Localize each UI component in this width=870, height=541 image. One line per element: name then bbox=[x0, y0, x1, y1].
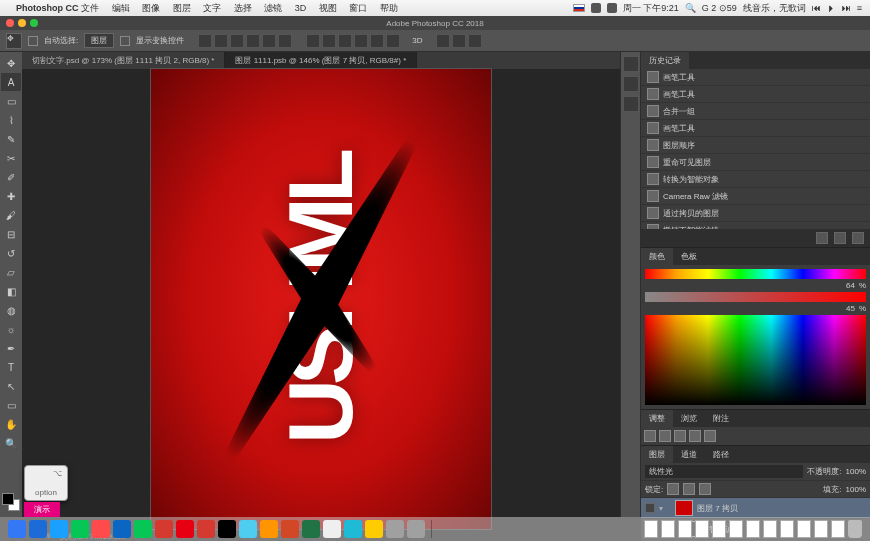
lock-pixels-icon[interactable] bbox=[667, 483, 679, 495]
clock[interactable]: 周一 下午9:21 bbox=[623, 2, 679, 15]
blend-mode-select[interactable]: 线性光 bbox=[645, 465, 803, 478]
history-item[interactable]: 画笔工具 bbox=[641, 120, 870, 137]
disclosure-icon[interactable]: ▾ bbox=[659, 504, 667, 513]
dock-document[interactable] bbox=[746, 520, 760, 538]
trash-icon[interactable] bbox=[848, 520, 862, 538]
adjustment-icon[interactable] bbox=[704, 430, 716, 442]
minimize-icon[interactable] bbox=[18, 19, 26, 27]
eyedropper-tool[interactable]: ✐ bbox=[1, 168, 21, 186]
quick-select-tool[interactable]: ✎ bbox=[1, 130, 21, 148]
dock-document[interactable] bbox=[712, 520, 726, 538]
history-item[interactable]: 画笔工具 bbox=[641, 86, 870, 103]
blur-tool[interactable]: ◍ bbox=[1, 301, 21, 319]
wifi-icon[interactable] bbox=[591, 3, 601, 13]
distribute-icon[interactable] bbox=[354, 34, 368, 48]
zoom-icon[interactable] bbox=[30, 19, 38, 27]
new-snapshot-icon[interactable] bbox=[816, 232, 828, 244]
dock-app[interactable] bbox=[302, 520, 320, 538]
menu-icon[interactable]: ≡ bbox=[857, 3, 862, 13]
marquee-tool[interactable]: ▭ bbox=[1, 92, 21, 110]
align-icon[interactable] bbox=[262, 34, 276, 48]
color-swatches[interactable] bbox=[0, 491, 22, 513]
notes-tab[interactable]: 附注 bbox=[705, 410, 737, 427]
dock-app[interactable] bbox=[197, 520, 215, 538]
dock-app[interactable] bbox=[386, 520, 404, 538]
dock-document[interactable] bbox=[695, 520, 709, 538]
search-icon[interactable]: 🔍 bbox=[685, 3, 696, 13]
canvas-viewport[interactable]: USHML bbox=[22, 69, 620, 529]
dock-app[interactable] bbox=[113, 520, 131, 538]
delete-state-icon[interactable] bbox=[852, 232, 864, 244]
lock-position-icon[interactable] bbox=[683, 483, 695, 495]
opacity-value[interactable]: 100% bbox=[846, 467, 866, 476]
clone-stamp-tool[interactable]: ⊟ bbox=[1, 225, 21, 243]
dock-document[interactable] bbox=[661, 520, 675, 538]
hand-tool[interactable]: ✋ bbox=[1, 415, 21, 433]
dock-app[interactable] bbox=[50, 520, 68, 538]
media-next-icon[interactable]: ⏭ bbox=[842, 3, 851, 13]
3d-icon[interactable] bbox=[468, 34, 482, 48]
layer-thumbnail[interactable] bbox=[675, 500, 693, 516]
align-icon[interactable] bbox=[278, 34, 292, 48]
type-tool[interactable]: T bbox=[1, 358, 21, 376]
layers-tab[interactable]: 图层 bbox=[641, 446, 673, 463]
align-icon[interactable] bbox=[246, 34, 260, 48]
dock-document[interactable] bbox=[780, 520, 794, 538]
layer-row[interactable]: ▾图层 7 拷贝 bbox=[641, 498, 870, 519]
sat-slider[interactable] bbox=[645, 292, 866, 302]
dock-app[interactable] bbox=[260, 520, 278, 538]
dock-document[interactable] bbox=[831, 520, 845, 538]
dock-app[interactable] bbox=[134, 520, 152, 538]
dock-document[interactable] bbox=[814, 520, 828, 538]
dock-app[interactable] bbox=[155, 520, 173, 538]
media-prev-icon[interactable]: ⏮ bbox=[812, 3, 821, 13]
media-play-icon[interactable]: ⏵ bbox=[827, 3, 836, 13]
new-doc-from-state-icon[interactable] bbox=[834, 232, 846, 244]
healing-brush-tool[interactable]: ✚ bbox=[1, 187, 21, 205]
hue-slider[interactable] bbox=[645, 269, 866, 279]
auto-select-target[interactable]: 图层 bbox=[84, 33, 114, 48]
distribute-icon[interactable] bbox=[322, 34, 336, 48]
artboard-tool[interactable]: A bbox=[1, 73, 21, 91]
document-tab[interactable]: 图层 1111.psb @ 146% (图层 7 拷贝, RGB/8#) * bbox=[225, 52, 417, 69]
dock-app[interactable] bbox=[281, 520, 299, 538]
eraser-tool[interactable]: ▱ bbox=[1, 263, 21, 281]
3d-icon[interactable] bbox=[452, 34, 466, 48]
visibility-toggle[interactable] bbox=[645, 503, 655, 513]
dock-app[interactable] bbox=[365, 520, 383, 538]
zoom-tool[interactable]: 🔍 bbox=[1, 434, 21, 452]
dock-document[interactable] bbox=[644, 520, 658, 538]
pen-tool[interactable]: ✒ bbox=[1, 339, 21, 357]
dodge-tool[interactable]: ☼ bbox=[1, 320, 21, 338]
history-item[interactable]: 通过拷贝的图层 bbox=[641, 205, 870, 222]
adjust-tab[interactable]: 调整 bbox=[641, 410, 673, 427]
dock-app[interactable] bbox=[218, 520, 236, 538]
move-tool-icon[interactable]: ✥ bbox=[6, 33, 22, 49]
dock-app[interactable] bbox=[407, 520, 425, 538]
dock-document[interactable] bbox=[797, 520, 811, 538]
panel-icon[interactable] bbox=[623, 76, 639, 92]
battery-icon[interactable] bbox=[607, 3, 617, 13]
dock-app[interactable] bbox=[8, 520, 26, 538]
flag-icon[interactable] bbox=[573, 4, 585, 12]
dock-app[interactable] bbox=[323, 520, 341, 538]
close-icon[interactable] bbox=[6, 19, 14, 27]
dock-document[interactable] bbox=[678, 520, 692, 538]
browse-tab[interactable]: 浏览 bbox=[673, 410, 705, 427]
history-item[interactable]: 重命可见图层 bbox=[641, 154, 870, 171]
rectangle-tool[interactable]: ▭ bbox=[1, 396, 21, 414]
document-tab[interactable]: 切割文字.psd @ 173% (图层 1111 拷贝 2, RGB/8) * bbox=[22, 52, 225, 69]
panel-icon[interactable] bbox=[623, 96, 639, 112]
layer-name[interactable]: 图层 7 拷贝 bbox=[697, 503, 738, 514]
panel-icon[interactable] bbox=[623, 56, 639, 72]
app-name[interactable]: Photoshop CC bbox=[16, 3, 79, 13]
traffic-lights[interactable] bbox=[6, 19, 38, 27]
dock-app[interactable] bbox=[239, 520, 257, 538]
brush-tool[interactable]: 🖌 bbox=[1, 206, 21, 224]
adjustment-icon[interactable] bbox=[659, 430, 671, 442]
align-icon[interactable] bbox=[230, 34, 244, 48]
distribute-icon[interactable] bbox=[338, 34, 352, 48]
history-item[interactable]: Camera Raw 滤镜 bbox=[641, 188, 870, 205]
paths-tab[interactable]: 路径 bbox=[705, 446, 737, 463]
app-menus[interactable]: Photoshop CC 文件 编辑 图像 图层 文字 选择 滤镜 3D 视图 … bbox=[16, 2, 408, 15]
